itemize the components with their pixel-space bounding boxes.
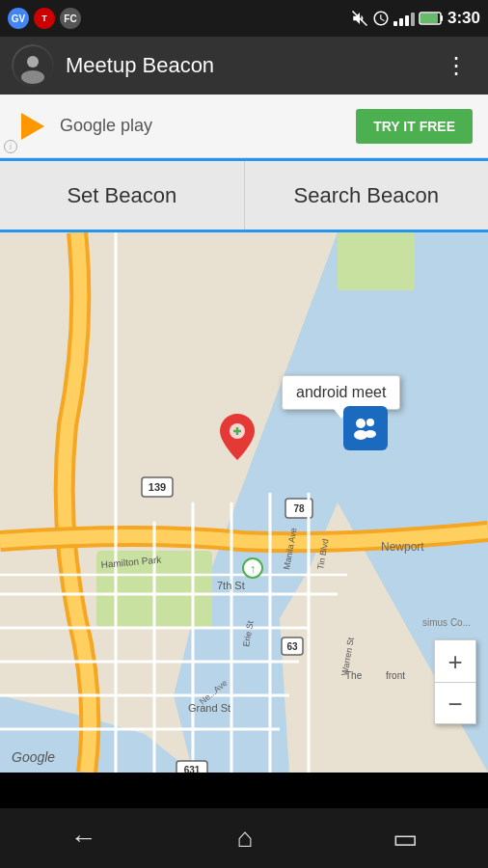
map-tooltip: android meet <box>282 375 400 410</box>
status-left-icons: GV T FC <box>8 8 81 29</box>
svg-rect-2 <box>441 15 443 21</box>
tmobile-icon: T <box>34 8 55 29</box>
app-title: Meetup Beacon <box>66 53 425 78</box>
status-bar: GV T FC 3:30 <box>0 0 488 37</box>
meetup-group-icon[interactable] <box>343 406 388 450</box>
ad-banner: i Google play TRY IT FREE <box>0 95 488 158</box>
signal-icon <box>393 11 415 26</box>
svg-text:The: The <box>345 670 363 681</box>
map-container[interactable]: 139 78 7th St Hamilton Park Manila Ave T… <box>0 232 488 773</box>
set-beacon-button[interactable]: Set Beacon <box>0 161 245 230</box>
svg-text:Grand St: Grand St <box>188 702 230 714</box>
status-time: 3:30 <box>447 9 480 28</box>
recents-button[interactable]: ▭ <box>393 823 418 854</box>
svg-text:139: 139 <box>149 481 166 493</box>
app-bar: Meetup Beacon ⋮ <box>0 37 488 95</box>
back-button[interactable]: ← <box>70 823 97 854</box>
zoom-in-button[interactable]: + <box>434 639 476 682</box>
svg-point-54 <box>366 419 374 426</box>
svg-point-5 <box>27 56 39 68</box>
battery-icon <box>419 11 444 26</box>
svg-text:7th St: 7th St <box>217 580 245 591</box>
alarm-icon <box>372 10 390 27</box>
svg-text:631: 631 <box>184 765 201 773</box>
google-play-text: Google play <box>60 116 152 136</box>
try-it-free-button[interactable]: TRY IT FREE <box>356 109 473 144</box>
ad-info-icon: i <box>4 140 17 153</box>
google-logo: Google <box>12 749 55 765</box>
svg-marker-7 <box>21 113 44 140</box>
svg-text:front: front <box>386 670 405 681</box>
svg-point-6 <box>21 70 44 84</box>
status-right: 3:30 <box>351 9 480 28</box>
svg-text:simus Co...: simus Co... <box>422 617 471 628</box>
overflow-menu-button[interactable]: ⋮ <box>437 48 476 83</box>
svg-text:↑: ↑ <box>250 562 256 576</box>
svg-text:63: 63 <box>286 641 298 652</box>
svg-rect-12 <box>338 232 415 290</box>
fc-icon: FC <box>60 8 81 29</box>
nav-bar: ← ⌂ ▭ <box>0 808 488 868</box>
google-play-logo: Google play <box>15 109 152 144</box>
svg-point-52 <box>356 419 366 428</box>
map-background: 139 78 7th St Hamilton Park Manila Ave T… <box>0 232 488 773</box>
mute-icon <box>351 10 368 27</box>
search-beacon-button[interactable]: Search Beacon <box>245 161 489 230</box>
action-buttons: Set Beacon Search Beacon <box>0 161 488 232</box>
app-logo <box>12 44 54 87</box>
map-pin <box>220 414 255 464</box>
zoom-out-button[interactable]: − <box>434 682 476 724</box>
zoom-controls: + − <box>434 639 476 724</box>
svg-text:Newport: Newport <box>381 540 424 554</box>
svg-rect-3 <box>420 14 438 23</box>
svg-text:78: 78 <box>293 503 305 514</box>
gv-icon: GV <box>8 8 29 29</box>
home-button[interactable]: ⌂ <box>237 823 254 854</box>
play-store-icon <box>15 109 50 144</box>
svg-point-55 <box>365 430 376 438</box>
